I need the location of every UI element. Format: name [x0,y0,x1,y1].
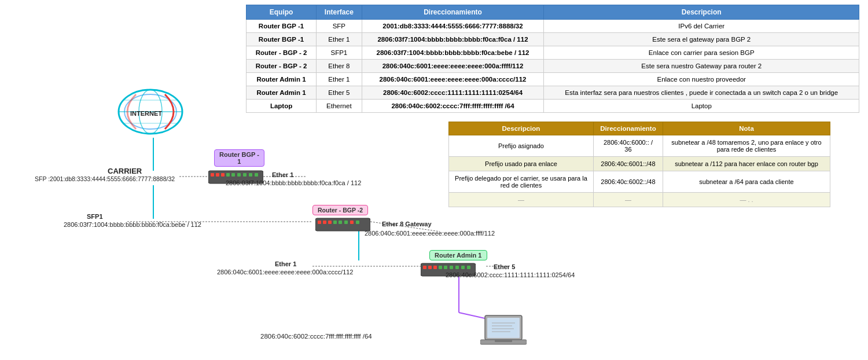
sec-cell-desc: Prefijo asignado [449,135,594,157]
col-dir: Direccionamiento [362,5,544,20]
sfp1-addr: 2806:03f7:1004:bbbb:bbbb:bbbb:f0ca:bebe … [64,221,201,228]
ether1-admin-addr: 2806:040c:6001:eeee:eeee:eeee:000a:cccc/… [217,269,353,275]
table-row: Router BGP -1Ether 12806:03f7:1004:bbbb:… [247,33,859,46]
svg-rect-26 [255,173,258,177]
cell-desc: IPv6 del Carrier [544,20,859,33]
sec-cell-dir: — [593,193,663,207]
laptop-icon [480,313,527,347]
ether8-label: Ether 8 Gateway [382,221,432,227]
svg-rect-30 [328,221,332,224]
cell-interface: Ether 1 [317,33,362,46]
sec-cell-desc: Prefijo delegado por el carrier, se usar… [449,171,594,193]
table-row: Router BGP -1SFP2001:db8:3333:4444:5555:… [247,20,859,33]
sec-cell-nota: subnetear a /112 para hacer enlace con r… [663,157,830,171]
cell-desc: Esta interfaz sera para nuestros cliente… [544,86,859,100]
cell-equipo: Router BGP -1 [247,20,317,33]
cell-interface: Ether 1 [317,73,362,86]
svg-rect-39 [433,266,437,269]
cell-dir: 2806:40c:6002:cccc:1111:1111:1111:0254/6… [362,86,544,100]
cell-desc: Este sera el gateway para BGP 2 [544,33,859,46]
sec-table-row: Prefijo delegado por el carrier, se usar… [449,171,830,193]
cell-dir: 2806:03f7:1004:bbbb:bbbb:bbbb:f0ca:bebe … [362,46,544,60]
svg-rect-31 [333,221,337,224]
svg-rect-23 [237,173,241,177]
router-bgp1-badge: Router BGP -1 [214,149,264,167]
table-row: Router Admin 1Ether 12806:040c:6001:eeee… [247,73,859,86]
table-row: Router Admin 1Ether 52806:40c:6002:cccc:… [247,86,859,100]
sfp1-label: SFP1 [87,213,103,220]
svg-rect-32 [339,221,342,224]
svg-rect-41 [444,266,447,269]
svg-rect-35 [356,221,359,224]
carrier-label: CARRIER [108,167,142,175]
svg-rect-44 [461,266,465,269]
sec-col-desc: Descripcion [449,122,594,135]
sec-cell-nota: — . . [663,193,830,207]
svg-rect-38 [428,266,432,269]
svg-rect-22 [231,173,235,177]
svg-rect-37 [423,266,426,269]
svg-rect-40 [439,266,442,269]
ether1-bgp1-addr: 2806:03f7:1004:bbbb:bbbb:bbbb:f0ca:f0ca … [226,179,361,186]
svg-rect-28 [318,221,321,224]
sec-cell-desc: Prefijo usado para enlace [449,157,594,171]
cell-desc: Enlace con carrier para sesion BGP [544,46,859,60]
cell-interface: Ether 8 [317,60,362,73]
sec-table-row: Prefijo asignado2806:40c:6000:: / 36subn… [449,135,830,157]
router-admin1-badge: Router Admin 1 [429,250,487,260]
col-interface: Interface [317,5,362,20]
router-bgp2-device [315,217,370,235]
svg-rect-20 [221,173,225,177]
cell-equipo: Router Admin 1 [247,73,317,86]
cell-equipo: Router - BGP - 2 [247,46,317,60]
svg-rect-25 [249,173,252,177]
cell-interface: Ethernet [317,100,362,113]
svg-rect-19 [216,173,219,177]
svg-rect-27 [315,218,370,231]
cell-dir: 2806:040c:6002:cccc:7fff:ffff:ffff:ffff … [362,100,544,113]
cell-interface: SFP1 [317,46,362,60]
svg-rect-45 [467,266,470,269]
sec-cell-dir: 2806:40c:6001::/48 [593,157,663,171]
sec-col-nota: Nota [663,122,830,135]
sec-cell-dir: 2806:40c:6000:: / 36 [593,135,663,157]
ether1-bgp1-label: Ether 1 [272,171,293,178]
cell-equipo: Router Admin 1 [247,86,317,100]
svg-rect-50 [490,320,517,336]
sec-cell-nota: subnetear a /64 para cada cliente [663,171,830,193]
svg-rect-33 [344,221,348,224]
svg-rect-29 [323,221,326,224]
cell-equipo: Router - BGP - 2 [247,60,317,73]
carrier-addr: SFP :2001:db8:3333:4444:5555:6666:7777:8… [35,175,175,182]
sec-table-row: ——— . . [449,193,830,207]
cell-interface: Ether 5 [317,86,362,100]
svg-rect-21 [226,173,230,177]
router-bgp2-badge: Router - BGP -2 [312,205,368,215]
sec-cell-nota: subnetear a /48 tomaremos 2, uno para en… [663,135,830,157]
cell-desc: Laptop [544,100,859,113]
ether8-addr: 2806:040c:6001:eeee:eeee:eeee:000a:ffff/… [365,230,495,237]
table-row: Router - BGP - 2Ether 82806:040c:6001:ee… [247,60,859,73]
sec-col-dir: Direccionamiento [593,122,663,135]
cell-dir: 2001:db8:3333:4444:5555:6666:7777:8888/3… [362,20,544,33]
col-desc: Descripcion [544,5,859,20]
sec-table-row: Prefijo usado para enlace2806:40c:6001::… [449,157,830,171]
ether5-addr: 2806:40c:6002:cccc:1111:1111:1111:0254/6… [446,271,575,278]
col-equipo: Equipo [247,5,317,20]
ether1-admin-label: Ether 1 [275,260,296,267]
sec-table: Descripcion Direccionamiento Nota Prefij… [448,122,830,207]
svg-rect-34 [350,221,354,224]
main-table: Equipo Interface Direccionamiento Descri… [246,5,859,113]
cell-desc: Enlace con nuestro proveedor [544,73,859,86]
svg-rect-18 [211,173,214,177]
sec-cell-desc: — [449,193,594,207]
cell-desc: Este sera nuestro Gateway para router 2 [544,60,859,73]
cell-dir: 2806:040c:6001:eeee:eeee:eeee:000a:ffff/… [362,60,544,73]
svg-rect-43 [455,266,459,269]
table-row: Router - BGP - 2SFP12806:03f7:1004:bbbb:… [247,46,859,60]
laptop-addr: 2806:040c:6002:cccc:7fff:ffff:ffff:ffff … [260,333,372,340]
ether5-label: Ether 5 [494,263,515,270]
svg-rect-24 [243,173,247,177]
cell-dir: 2806:03f7:1004:bbbb:bbbb:bbbb:f0ca:f0ca … [362,33,544,46]
internet-label: INTERNET [130,110,162,117]
